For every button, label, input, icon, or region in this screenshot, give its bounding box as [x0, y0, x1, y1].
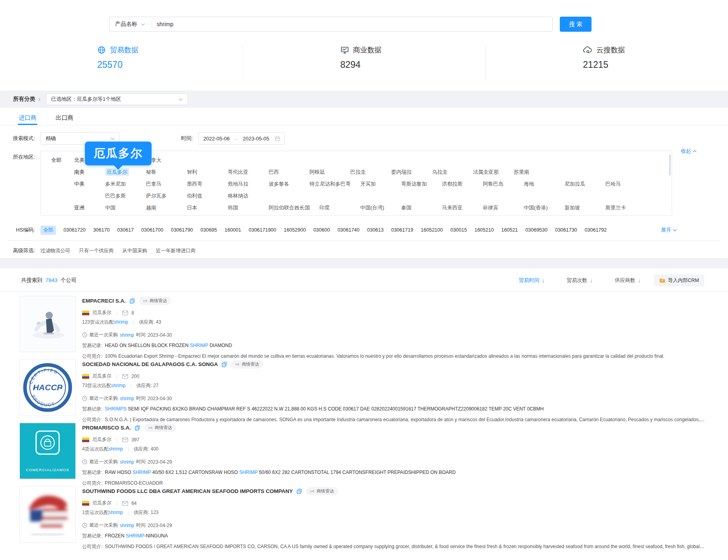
company-logo[interactable] — [19, 296, 76, 352]
country-item[interactable]: 阿鲁巴岛 — [483, 178, 524, 190]
expand-link[interactable]: 展开 — [661, 226, 677, 234]
country-item[interactable]: 巴拉圭 — [350, 166, 391, 178]
country-item[interactable]: 新加坡 — [565, 202, 605, 214]
advanced-filter-option[interactable]: 过滤物流公司 — [40, 247, 70, 254]
country-item[interactable]: 特立尼达和多巴哥 — [309, 178, 360, 190]
advanced-filter-option[interactable]: 近一年新增进口商 — [156, 247, 196, 254]
country-item[interactable]: 加拿大 — [146, 154, 187, 166]
company-name[interactable]: SOUTHWIND FOODS LLC DBA GREAT AMERICAN S… — [82, 488, 293, 494]
copy-icon[interactable] — [222, 362, 227, 367]
sort-option[interactable]: 贸易时间↓ — [519, 277, 545, 284]
continent-label[interactable]: 南美 — [74, 166, 105, 178]
tab-importers[interactable]: 进口商 — [19, 114, 36, 125]
country-item[interactable]: 智利 — [187, 166, 228, 178]
country-item[interactable]: 阿拉伯联合酋长国 — [269, 202, 319, 214]
hs-code-item[interactable]: 030695 — [200, 227, 217, 233]
sentiment-radar-badge[interactable]: 商情雷达 — [139, 297, 171, 305]
hs-code-item[interactable]: 030617 — [117, 227, 134, 233]
hs-code-item[interactable]: 306170 — [93, 227, 110, 233]
country-item[interactable]: 菲律宾 — [483, 202, 524, 214]
company-name[interactable]: PROMARISCO S.A. — [82, 425, 131, 431]
sentiment-radar-badge[interactable]: 商情雷达 — [231, 360, 263, 368]
country-item[interactable]: 韩国 — [228, 202, 269, 214]
country-item[interactable]: 乌拉圭 — [432, 166, 473, 178]
hs-code-item[interactable]: 03061792 — [585, 227, 607, 233]
tab-trade-data[interactable]: 贸易数据25570 — [0, 45, 243, 80]
collapse-link[interactable]: 收起 — [681, 148, 697, 155]
country-item[interactable]: 巴巴多斯 — [105, 190, 146, 202]
copy-icon[interactable] — [297, 489, 302, 494]
country-item[interactable]: 阿根廷 — [309, 166, 350, 178]
country-item[interactable]: 牙买加 — [360, 178, 401, 190]
company-name[interactable]: EMPACRECI S.A. — [82, 298, 126, 304]
country-item[interactable]: 海地 — [524, 178, 565, 190]
country-item[interactable]: 马来西亚 — [442, 202, 483, 214]
country-item[interactable]: 多米尼加 — [105, 178, 146, 190]
hs-code-item[interactable]: 03061740 — [338, 227, 360, 233]
hs-code-item[interactable]: 03061719 — [391, 227, 413, 233]
country-item[interactable]: 厄瓜多尔 — [105, 166, 146, 178]
hs-code-item[interactable]: 16052900 — [284, 227, 306, 233]
sort-option[interactable]: 贸易次数↓ — [567, 277, 593, 284]
hs-code-item[interactable]: 160521 — [501, 227, 518, 233]
country-item[interactable]: 斯里兰卡 — [605, 202, 646, 214]
mail-icon[interactable] — [122, 501, 128, 506]
hs-code-item[interactable]: 03061790 — [171, 227, 193, 233]
country-item[interactable]: 中国(台湾) — [360, 202, 401, 214]
region-scrollbar[interactable] — [669, 154, 671, 176]
company-card[interactable]: COMERCIALIZAMOSPROMARISCO S.A.商情雷达厄瓜多尔|3… — [19, 423, 728, 482]
hs-code-item[interactable]: 16052100 — [421, 227, 443, 233]
country-item[interactable]: 日本 — [187, 202, 228, 214]
company-card[interactable]: EMPACRECI S.A.商情雷达厄瓜多尔|8123货运次匹配shrimp|供… — [19, 296, 728, 355]
country-item[interactable]: 危地马拉 — [228, 178, 269, 190]
hs-code-item[interactable]: 03061730 — [555, 227, 577, 233]
country-item[interactable]: 巴西 — [269, 166, 309, 178]
sentiment-radar-badge[interactable]: 商情雷达 — [144, 424, 176, 432]
country-item[interactable]: 洪都拉斯 — [442, 178, 483, 190]
tab-cloud-search-data[interactable]: 云搜数据21215 — [485, 45, 728, 80]
country-item[interactable]: 巴哈马 — [605, 178, 646, 190]
country-item[interactable]: 巴拿马 — [146, 178, 187, 190]
company-name[interactable]: SOCIEDAD NACIONAL DE GALAPAGOS C.A. SONG… — [82, 361, 218, 367]
region-all-link[interactable]: 全部 — [51, 154, 74, 166]
country-item[interactable]: 法属圭亚那 — [473, 166, 514, 178]
company-logo[interactable] — [19, 486, 76, 543]
hs-code-item[interactable]: 030015 — [450, 227, 467, 233]
sort-option[interactable]: 供应商数↓ — [615, 277, 641, 284]
mail-icon[interactable] — [122, 311, 128, 315]
hs-code-item[interactable]: 0306171900 — [249, 227, 277, 233]
copy-icon[interactable] — [135, 425, 140, 431]
country-item[interactable]: 委内瑞拉 — [391, 166, 432, 178]
hs-code-item[interactable]: 03061700 — [141, 227, 163, 233]
tab-exporters[interactable]: 出口商 — [56, 114, 73, 125]
advanced-filter-option[interactable]: 从中国采购 — [123, 247, 148, 254]
country-item[interactable]: 哥斯达黎加 — [401, 178, 442, 190]
company-logo[interactable]: COMERCIALIZAMOS — [19, 423, 76, 479]
all-categories-link[interactable]: 所有分类 — [13, 96, 35, 103]
company-card[interactable]: CERTIFIEDPRODUCTHACCP★★SOCIEDAD NACIONAL… — [19, 359, 728, 419]
country-item[interactable]: 哥伦比亚 — [228, 166, 269, 178]
country-item[interactable]: 格林纳达 — [228, 190, 269, 202]
country-item[interactable]: 泰国 — [401, 202, 442, 214]
country-item[interactable]: 尼加拉瓜 — [565, 178, 605, 190]
search-button[interactable]: 搜 索 — [560, 17, 592, 32]
selected-region-dropdown[interactable]: 已选地区：厄瓜多尔等1个地区 — [46, 93, 188, 105]
import-crm-button[interactable]: 导入内部CRM — [654, 274, 704, 286]
company-card[interactable]: SOUTHWIND FOODS LLC DBA GREAT AMERICAN S… — [19, 486, 728, 546]
country-item[interactable]: 印度 — [319, 202, 360, 214]
tab-business-data[interactable]: 商业数据8294 — [243, 45, 486, 80]
country-item[interactable]: 萨尔瓦多 — [146, 190, 187, 202]
copy-icon[interactable] — [130, 298, 135, 304]
country-item[interactable]: 伯利兹 — [187, 190, 228, 202]
date-range-picker[interactable]: 2022-05-06 → 2023-05-05 — [198, 132, 285, 145]
sentiment-radar-badge[interactable]: 商情雷达 — [306, 487, 338, 495]
hs-code-all[interactable]: 全部 — [40, 226, 56, 235]
hs-code-item[interactable]: 03061720 — [63, 227, 86, 233]
country-item[interactable]: 中国 — [105, 202, 146, 214]
hs-code-item[interactable]: 030600 — [313, 227, 330, 233]
mail-icon[interactable] — [122, 437, 128, 442]
country-item[interactable]: 墨西哥 — [187, 178, 228, 190]
hs-code-item[interactable]: 160001 — [225, 227, 241, 233]
product-name-select[interactable]: 产品名称 — [109, 21, 151, 28]
search-input[interactable] — [151, 21, 552, 27]
